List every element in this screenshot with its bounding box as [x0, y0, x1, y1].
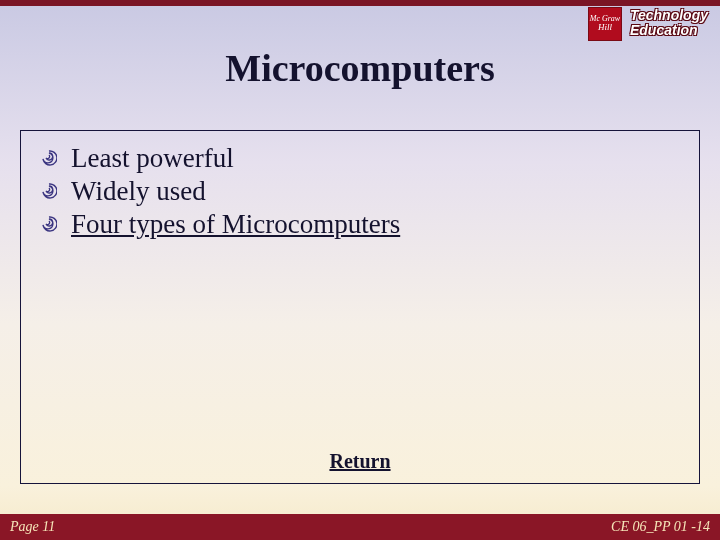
- slide-code: CE 06_PP 01 -14: [611, 519, 710, 535]
- spiral-bullet-icon: [41, 216, 57, 232]
- page-number: Page 11: [10, 519, 55, 535]
- spiral-bullet-icon: [41, 150, 57, 166]
- logo-text-line3: Technology: [630, 8, 708, 23]
- list-item-link[interactable]: Four types of Microcomputers: [71, 209, 400, 239]
- footer-bar: Page 11 CE 06_PP 01 -14: [0, 514, 720, 540]
- return-link[interactable]: Return: [21, 450, 699, 473]
- content-box: Least powerful Widely used Four types of…: [20, 130, 700, 484]
- publisher-logo: Mc Graw Hill Technology Education: [588, 6, 714, 41]
- list-item-text: Least powerful: [71, 143, 234, 173]
- logo-text-line4: Education: [630, 23, 708, 38]
- slide: Mc Graw Hill Technology Education Microc…: [0, 0, 720, 540]
- list-item: Four types of Microcomputers: [39, 209, 681, 240]
- list-item-text: Widely used: [71, 176, 206, 206]
- list-item: Widely used: [39, 176, 681, 207]
- mcgraw-hill-logo: Mc Graw Hill: [588, 7, 622, 41]
- bullet-list: Least powerful Widely used Four types of…: [39, 143, 681, 240]
- spiral-bullet-icon: [41, 183, 57, 199]
- logo-text-line2: Hill: [598, 23, 612, 32]
- slide-title: Microcomputers: [0, 46, 720, 90]
- list-item: Least powerful: [39, 143, 681, 174]
- technology-education-logo: Technology Education: [626, 6, 714, 41]
